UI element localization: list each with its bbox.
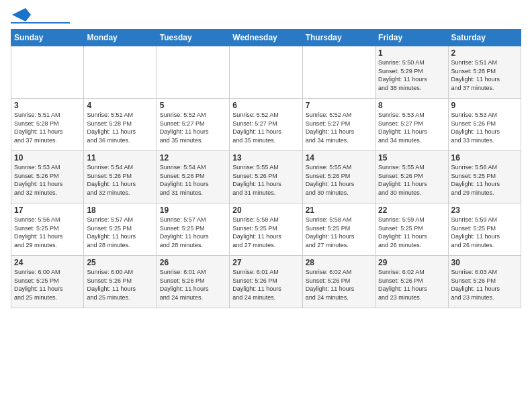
day-info: Sunrise: 5:53 AM Sunset: 5:26 PM Dayligh… [14, 163, 81, 197]
day-info: Sunrise: 5:54 AM Sunset: 5:26 PM Dayligh… [87, 163, 153, 197]
calendar-week-row: 3Sunrise: 5:51 AM Sunset: 5:28 PM Daylig… [11, 99, 521, 151]
calendar-cell: 13Sunrise: 5:55 AM Sunset: 5:26 PM Dayli… [230, 151, 302, 203]
calendar-week-row: 17Sunrise: 5:56 AM Sunset: 5:25 PM Dayli… [11, 203, 521, 256]
day-number: 5 [160, 101, 226, 110]
day-info: Sunrise: 6:02 AM Sunset: 5:26 PM Dayligh… [306, 268, 372, 302]
day-number: 8 [378, 101, 445, 110]
logo [11, 11, 70, 24]
day-number: 17 [14, 205, 81, 215]
day-number: 23 [451, 205, 518, 215]
weekday-header: Saturday [448, 30, 521, 46]
day-number: 4 [87, 101, 153, 110]
calendar-cell: 3Sunrise: 5:51 AM Sunset: 5:28 PM Daylig… [11, 99, 84, 151]
day-info: Sunrise: 6:03 AM Sunset: 5:26 PM Dayligh… [451, 268, 518, 302]
calendar-cell: 20Sunrise: 5:58 AM Sunset: 5:25 PM Dayli… [230, 203, 302, 256]
calendar-cell: 8Sunrise: 5:53 AM Sunset: 5:27 PM Daylig… [375, 99, 448, 151]
day-info: Sunrise: 5:50 AM Sunset: 5:29 PM Dayligh… [378, 58, 445, 92]
calendar-cell: 17Sunrise: 5:56 AM Sunset: 5:25 PM Dayli… [11, 203, 84, 256]
calendar-cell: 25Sunrise: 6:00 AM Sunset: 5:26 PM Dayli… [84, 256, 157, 308]
day-info: Sunrise: 5:51 AM Sunset: 5:28 PM Dayligh… [87, 111, 153, 144]
calendar-cell: 30Sunrise: 6:03 AM Sunset: 5:26 PM Dayli… [448, 256, 521, 308]
svg-marker-0 [12, 8, 31, 21]
calendar-cell [84, 46, 157, 99]
calendar-week-row: 1Sunrise: 5:50 AM Sunset: 5:29 PM Daylig… [11, 46, 521, 99]
calendar-cell: 7Sunrise: 5:52 AM Sunset: 5:27 PM Daylig… [302, 99, 375, 151]
calendar-cell: 19Sunrise: 5:57 AM Sunset: 5:25 PM Dayli… [157, 203, 229, 256]
day-info: Sunrise: 5:55 AM Sunset: 5:26 PM Dayligh… [378, 163, 445, 197]
day-number: 30 [451, 258, 518, 267]
day-info: Sunrise: 5:56 AM Sunset: 5:25 PM Dayligh… [14, 216, 81, 249]
day-info: Sunrise: 6:02 AM Sunset: 5:26 PM Dayligh… [378, 268, 445, 302]
day-number: 27 [232, 258, 299, 267]
day-info: Sunrise: 5:57 AM Sunset: 5:25 PM Dayligh… [87, 216, 153, 249]
calendar-cell: 28Sunrise: 6:02 AM Sunset: 5:26 PM Dayli… [302, 256, 375, 308]
day-info: Sunrise: 5:51 AM Sunset: 5:28 PM Dayligh… [451, 58, 518, 92]
weekday-header: Wednesday [230, 30, 302, 46]
calendar-cell [302, 46, 375, 99]
day-number: 11 [87, 153, 153, 163]
day-number: 25 [87, 258, 153, 267]
day-number: 21 [306, 205, 372, 215]
calendar-cell: 5Sunrise: 5:52 AM Sunset: 5:27 PM Daylig… [157, 99, 229, 151]
day-info: Sunrise: 5:56 AM Sunset: 5:25 PM Dayligh… [451, 163, 518, 197]
day-info: Sunrise: 5:58 AM Sunset: 5:25 PM Dayligh… [306, 216, 372, 249]
day-info: Sunrise: 6:00 AM Sunset: 5:25 PM Dayligh… [14, 268, 81, 302]
day-number: 12 [160, 153, 226, 163]
day-info: Sunrise: 5:52 AM Sunset: 5:27 PM Dayligh… [306, 111, 372, 144]
calendar-cell: 18Sunrise: 5:57 AM Sunset: 5:25 PM Dayli… [84, 203, 157, 256]
calendar-cell: 23Sunrise: 5:59 AM Sunset: 5:25 PM Dayli… [448, 203, 521, 256]
calendar-cell: 27Sunrise: 6:01 AM Sunset: 5:26 PM Dayli… [230, 256, 302, 308]
day-number: 1 [378, 48, 445, 58]
weekday-header: Thursday [302, 30, 375, 46]
day-info: Sunrise: 5:52 AM Sunset: 5:27 PM Dayligh… [160, 111, 226, 144]
day-number: 16 [451, 153, 518, 163]
day-number: 18 [87, 205, 153, 215]
calendar-cell: 14Sunrise: 5:55 AM Sunset: 5:26 PM Dayli… [302, 151, 375, 203]
calendar-cell: 1Sunrise: 5:50 AM Sunset: 5:29 PM Daylig… [375, 46, 448, 99]
day-number: 28 [306, 258, 372, 267]
calendar-cell: 16Sunrise: 5:56 AM Sunset: 5:25 PM Dayli… [448, 151, 521, 203]
day-number: 15 [378, 153, 445, 163]
weekday-header: Friday [375, 30, 448, 46]
day-number: 26 [160, 258, 226, 267]
day-number: 20 [232, 205, 299, 215]
day-info: Sunrise: 5:53 AM Sunset: 5:26 PM Dayligh… [451, 111, 518, 144]
calendar-week-row: 10Sunrise: 5:53 AM Sunset: 5:26 PM Dayli… [11, 151, 521, 203]
day-number: 13 [232, 153, 299, 163]
day-info: Sunrise: 5:59 AM Sunset: 5:25 PM Dayligh… [378, 216, 445, 249]
page-header [11, 11, 521, 24]
calendar-cell: 6Sunrise: 5:52 AM Sunset: 5:27 PM Daylig… [230, 99, 302, 151]
calendar-week-row: 24Sunrise: 6:00 AM Sunset: 5:25 PM Dayli… [11, 256, 521, 308]
calendar-cell: 2Sunrise: 5:51 AM Sunset: 5:28 PM Daylig… [448, 46, 521, 99]
day-number: 3 [14, 101, 81, 110]
day-info: Sunrise: 5:53 AM Sunset: 5:27 PM Dayligh… [378, 111, 445, 144]
day-info: Sunrise: 6:01 AM Sunset: 5:26 PM Dayligh… [160, 268, 226, 302]
day-number: 7 [306, 101, 372, 110]
day-number: 22 [378, 205, 445, 215]
calendar-cell [157, 46, 229, 99]
calendar-cell: 10Sunrise: 5:53 AM Sunset: 5:26 PM Dayli… [11, 151, 84, 203]
day-info: Sunrise: 5:58 AM Sunset: 5:25 PM Dayligh… [232, 216, 299, 249]
weekday-header: Monday [84, 30, 157, 46]
calendar-cell: 11Sunrise: 5:54 AM Sunset: 5:26 PM Dayli… [84, 151, 157, 203]
weekday-header: Tuesday [157, 30, 229, 46]
day-info: Sunrise: 5:51 AM Sunset: 5:28 PM Dayligh… [14, 111, 81, 144]
day-number: 2 [451, 48, 518, 58]
calendar-cell [230, 46, 302, 99]
day-number: 10 [14, 153, 81, 163]
calendar-cell: 9Sunrise: 5:53 AM Sunset: 5:26 PM Daylig… [448, 99, 521, 151]
calendar-cell: 4Sunrise: 5:51 AM Sunset: 5:28 PM Daylig… [84, 99, 157, 151]
day-number: 24 [14, 258, 81, 267]
calendar-cell: 22Sunrise: 5:59 AM Sunset: 5:25 PM Dayli… [375, 203, 448, 256]
calendar-table: SundayMondayTuesdayWednesdayThursdayFrid… [11, 29, 521, 308]
day-info: Sunrise: 5:55 AM Sunset: 5:26 PM Dayligh… [232, 163, 299, 197]
weekday-header: Sunday [11, 30, 84, 46]
day-info: Sunrise: 6:01 AM Sunset: 5:26 PM Dayligh… [232, 268, 299, 302]
day-info: Sunrise: 5:55 AM Sunset: 5:26 PM Dayligh… [306, 163, 372, 197]
calendar-cell: 15Sunrise: 5:55 AM Sunset: 5:26 PM Dayli… [375, 151, 448, 203]
calendar-header-row: SundayMondayTuesdayWednesdayThursdayFrid… [11, 30, 521, 46]
day-number: 6 [232, 101, 299, 110]
calendar-cell: 24Sunrise: 6:00 AM Sunset: 5:25 PM Dayli… [11, 256, 84, 308]
day-number: 29 [378, 258, 445, 267]
day-info: Sunrise: 5:52 AM Sunset: 5:27 PM Dayligh… [232, 111, 299, 144]
